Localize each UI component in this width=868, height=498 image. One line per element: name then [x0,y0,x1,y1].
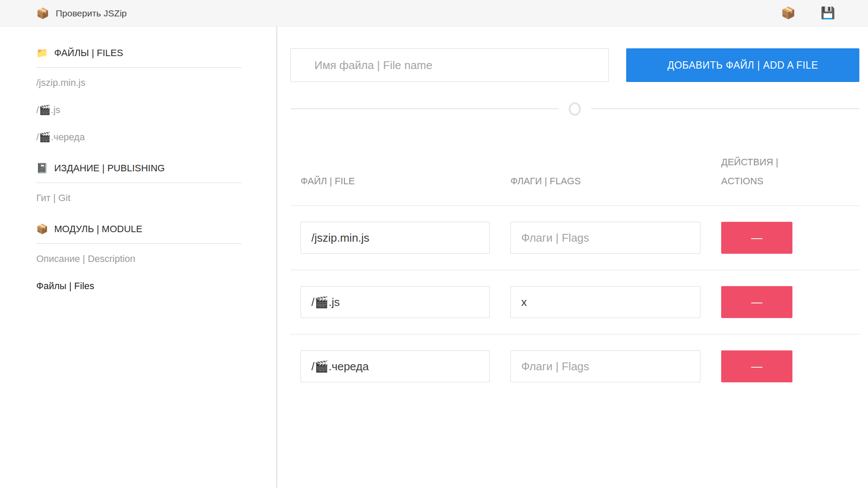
package-icon[interactable]: 📦 [781,7,796,19]
sidebar-section-publishing-label: ИЗДАНИЕ | PUBLISHING [54,162,165,175]
table-header-row: ФАЙЛ | FILE ФЛАГИ | FLAGS ДЕЙСТВИЯ | ACT… [290,153,859,206]
main-content: ДОБАВИТЬ ФАЙЛ | ADD A FILE ФАЙЛ | FILE Ф… [277,27,868,498]
file-cell [290,350,500,382]
app-window: 📦 Проверить JSZip 📦 💾 📁 ФАЙЛЫ | FILES /j… [0,0,868,498]
spinner-divider [290,102,859,116]
column-header-actions: ДЕЙСТВИЯ | ACTIONS [711,153,859,191]
divider-line [591,108,859,109]
remove-file-button[interactable]: — [721,222,792,254]
sidebar-item-files[interactable]: Файлы | Files [36,280,242,293]
sidebar-section-files-label: ФАЙЛЫ | FILES [54,47,123,60]
sidebar-section-publishing: 📓 ИЗДАНИЕ | PUBLISHING Гит | Git [36,162,242,205]
app-title-group: 📦 Проверить JSZip [36,8,127,19]
actions-cell: — [711,222,859,254]
loading-spinner-icon [569,102,581,116]
sidebar-item-jszip-min-js[interactable]: /jszip.min.js [36,76,242,89]
column-header-actions-label: ДЕЙСТВИЯ | ACTIONS [721,153,801,191]
divider-line [290,108,558,109]
file-path-input[interactable] [301,350,490,382]
column-header-file: ФАЙЛ | FILE [290,172,500,191]
add-file-row: ДОБАВИТЬ ФАЙЛ | ADD A FILE [290,48,859,82]
sidebar-section-module-label: МОДУЛЬ | MODULE [54,223,142,236]
sidebar-item-clapper-js[interactable]: /🎬.js [36,104,242,117]
files-table: ФАЙЛ | FILE ФЛАГИ | FLAGS ДЕЙСТВИЯ | ACT… [290,153,859,398]
divider [36,183,242,183]
remove-file-button[interactable]: — [721,286,792,318]
app-title: Проверить JSZip [56,8,127,19]
flags-input[interactable] [510,286,700,318]
sidebar-item-description[interactable]: Описание | Description [36,252,242,265]
file-path-input[interactable] [301,286,490,318]
package-icon: 📦 [36,224,48,234]
package-icon: 📦 [36,8,49,19]
sidebar-section-publishing-header: 📓 ИЗДАНИЕ | PUBLISHING [36,162,242,175]
flags-cell [500,286,711,318]
column-header-flags: ФЛАГИ | FLAGS [500,172,711,191]
divider [36,243,242,244]
file-path-input[interactable] [301,222,490,254]
layout: 📁 ФАЙЛЫ | FILES /jszip.min.js /🎬.js /🎬.ч… [0,27,868,498]
sidebar-item-clapper-chereda[interactable]: /🎬.череда [36,131,242,144]
add-file-button[interactable]: ДОБАВИТЬ ФАЙЛ | ADD A FILE [626,48,859,82]
table-row: — [290,334,859,398]
sidebar-section-files: 📁 ФАЙЛЫ | FILES /jszip.min.js /🎬.js /🎬.ч… [36,47,242,144]
file-cell [290,286,500,318]
sidebar: 📁 ФАЙЛЫ | FILES /jszip.min.js /🎬.js /🎬.ч… [0,27,277,488]
divider [36,67,242,68]
sidebar-section-module-header: 📦 МОДУЛЬ | MODULE [36,223,242,236]
table-row: — [290,206,859,270]
top-bar-actions: 📦 💾 [781,7,835,19]
notebook-icon: 📓 [36,164,48,173]
actions-cell: — [711,286,859,318]
top-bar: 📦 Проверить JSZip 📦 💾 [0,0,868,27]
actions-cell: — [711,350,859,382]
flags-cell [500,222,711,254]
file-name-input[interactable] [290,48,609,82]
flags-input[interactable] [510,350,700,382]
sidebar-section-module: 📦 МОДУЛЬ | MODULE Описание | Description… [36,223,242,293]
flags-input[interactable] [510,222,700,254]
flags-cell [500,350,711,382]
sidebar-item-git[interactable]: Гит | Git [36,192,242,205]
sidebar-section-files-header: 📁 ФАЙЛЫ | FILES [36,47,242,60]
file-cell [290,222,500,254]
remove-file-button[interactable]: — [721,350,792,382]
table-row: — [290,270,859,334]
save-icon[interactable]: 💾 [820,7,835,19]
folder-icon: 📁 [36,48,48,58]
